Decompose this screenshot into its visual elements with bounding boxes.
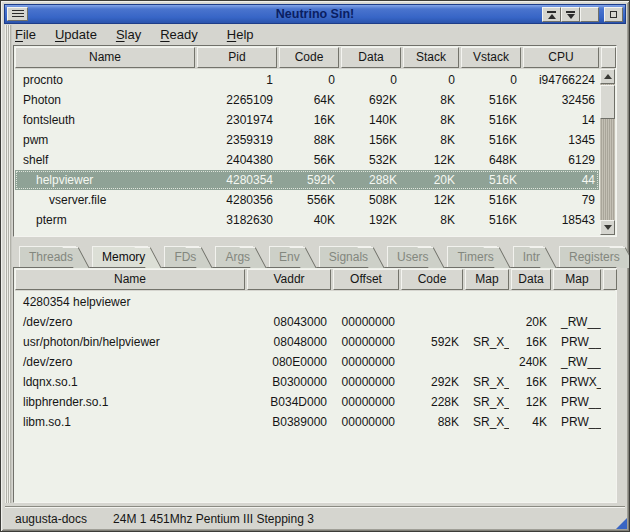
cell: 18543 bbox=[523, 213, 599, 227]
process-table-body: procnto10000i94766224Photon226510964K692… bbox=[15, 70, 599, 230]
cell: 8K bbox=[403, 213, 459, 227]
cell: 240K bbox=[511, 355, 551, 369]
menu-item-file[interactable]: File bbox=[13, 27, 38, 42]
table-row[interactable]: libphrender.so.1B034D00000000000228KSR_X… bbox=[15, 392, 615, 412]
column-header-pid[interactable]: Pid bbox=[197, 47, 277, 68]
tab-fds[interactable]: FDs bbox=[164, 246, 199, 267]
menu-item-update[interactable]: Update bbox=[53, 27, 99, 42]
cell: 8K bbox=[403, 93, 459, 107]
column-header-cpu[interactable]: CPU bbox=[523, 47, 599, 68]
cell: 1345 bbox=[523, 133, 599, 147]
tab-signals[interactable]: Signals bbox=[319, 246, 371, 267]
cell: 592K bbox=[401, 335, 463, 349]
up-triangle-icon bbox=[548, 14, 556, 19]
cell: 79 bbox=[523, 193, 599, 207]
menu-item-ready[interactable]: Ready bbox=[158, 27, 200, 42]
cell: 8K bbox=[403, 133, 459, 147]
cell: helpviewer bbox=[15, 173, 195, 187]
column-header-offset[interactable]: Offset bbox=[333, 269, 399, 290]
tab-registers[interactable]: Registers bbox=[559, 246, 623, 267]
left-drag-grip[interactable] bbox=[5, 25, 12, 503]
column-header-vaddr[interactable]: Vaddr bbox=[247, 269, 331, 290]
cell: 1 bbox=[197, 73, 277, 87]
cell: B0389000 bbox=[247, 415, 331, 429]
column-header-stack[interactable]: Stack bbox=[403, 47, 459, 68]
cell: 080E0000 bbox=[247, 355, 331, 369]
column-header-name[interactable]: Name bbox=[15, 269, 245, 290]
cell: 2301974 bbox=[197, 113, 277, 127]
cell: 00000000 bbox=[333, 395, 399, 409]
table-row[interactable]: /dev/zero080E000000000000240K_RW__ bbox=[15, 352, 615, 372]
cell: 16K bbox=[511, 375, 551, 389]
resize-grip[interactable] bbox=[616, 518, 627, 529]
cell: 14 bbox=[523, 113, 599, 127]
scroll-up-button[interactable] bbox=[600, 69, 615, 84]
table-row[interactable]: 4280354 helpviewer bbox=[15, 292, 615, 312]
memory-table-pane: NameVaddrOffsetCodeMapDataMap 4280354 he… bbox=[13, 267, 617, 503]
close-square-icon bbox=[610, 11, 617, 18]
column-header-map[interactable]: Map bbox=[553, 269, 601, 290]
table-row[interactable]: libm.so.1B03890000000000088KSR_X_4KPRW__ bbox=[15, 412, 615, 432]
menu-item-help[interactable]: Help bbox=[225, 27, 256, 42]
table-row[interactable]: usr/photon/bin/helpviewer080480000000000… bbox=[15, 332, 615, 352]
tab-env[interactable]: Env bbox=[269, 246, 303, 267]
cell: 56K bbox=[279, 153, 339, 167]
cell: vserver.file bbox=[15, 193, 195, 207]
cell: libphrender.so.1 bbox=[15, 395, 245, 409]
column-header-data[interactable]: Data bbox=[341, 47, 401, 68]
table-row[interactable]: pterm318263040K192K8K516K18543 bbox=[15, 210, 599, 230]
table-row[interactable]: fontsleuth230197416K140K8K516K14 bbox=[15, 110, 599, 130]
cell: 0 bbox=[279, 73, 339, 87]
tab-timers[interactable]: Timers bbox=[447, 246, 496, 267]
cell: 516K bbox=[461, 173, 521, 187]
cell: 592K bbox=[279, 173, 339, 187]
column-header-vstack[interactable]: Vstack bbox=[461, 47, 521, 68]
cell: 4K bbox=[511, 415, 551, 429]
tab-intr[interactable]: Intr bbox=[513, 246, 543, 267]
column-header-data[interactable]: Data bbox=[511, 269, 551, 290]
column-header-code[interactable]: Code bbox=[401, 269, 463, 290]
column-header-name[interactable]: Name bbox=[15, 47, 195, 68]
scroll-thumb[interactable] bbox=[600, 85, 615, 119]
tab-args[interactable]: Args bbox=[215, 246, 253, 267]
scroll-down-button[interactable] bbox=[600, 220, 615, 235]
tab-memory[interactable]: Memory bbox=[92, 246, 148, 267]
table-row[interactable]: procnto10000i94766224 bbox=[15, 70, 599, 90]
titlebar[interactable]: Neutrino Sin! bbox=[4, 4, 626, 24]
window-maximize-button[interactable] bbox=[580, 7, 599, 22]
cell: 12K bbox=[511, 395, 551, 409]
cell: 2265109 bbox=[197, 93, 277, 107]
cell: PRW__ bbox=[553, 335, 601, 349]
menu-item-slay[interactable]: Slay bbox=[114, 27, 143, 42]
column-header-stub bbox=[603, 269, 617, 290]
cell: 20K bbox=[511, 315, 551, 329]
cell: 3182630 bbox=[197, 213, 277, 227]
tab-users[interactable]: Users bbox=[387, 246, 431, 267]
cell: libm.so.1 bbox=[15, 415, 245, 429]
table-row[interactable]: ldqnx.so.1B030000000000000292KSR_X_16KPR… bbox=[15, 372, 615, 392]
column-header-code[interactable]: Code bbox=[279, 47, 339, 68]
table-row[interactable]: helpviewer4280354592K288K20K516K44 bbox=[15, 170, 599, 190]
column-header-map[interactable]: Map bbox=[465, 269, 509, 290]
process-table-scrollbar[interactable] bbox=[600, 69, 615, 235]
window-close-button[interactable] bbox=[604, 7, 623, 22]
cell: 20K bbox=[403, 173, 459, 187]
cell: 288K bbox=[341, 173, 401, 187]
table-row[interactable]: Photon226510964K692K8K516K32456 bbox=[15, 90, 599, 110]
window-shade-up-button[interactable] bbox=[542, 7, 561, 22]
table-row[interactable]: pwm235931988K156K8K516K1345 bbox=[15, 130, 599, 150]
table-row[interactable]: /dev/zero080430000000000020K_RW__ bbox=[15, 312, 615, 332]
cell: 32456 bbox=[523, 93, 599, 107]
cell: 00000000 bbox=[333, 355, 399, 369]
cell: 140K bbox=[341, 113, 401, 127]
cell: ldqnx.so.1 bbox=[15, 375, 245, 389]
cell: Photon bbox=[15, 93, 195, 107]
tab-threads[interactable]: Threads bbox=[19, 246, 76, 267]
table-row[interactable]: shelf240438056K532K12K648K6129 bbox=[15, 150, 599, 170]
process-table-header: NamePidCodeDataStackVstackCPU bbox=[15, 47, 615, 69]
cell: 00000000 bbox=[333, 315, 399, 329]
shade-up-icon bbox=[547, 11, 556, 13]
cell: 4280354 bbox=[197, 173, 277, 187]
table-row[interactable]: vserver.file4280356556K508K12K516K79 bbox=[15, 190, 599, 210]
window-shade-down-button[interactable] bbox=[561, 7, 580, 22]
